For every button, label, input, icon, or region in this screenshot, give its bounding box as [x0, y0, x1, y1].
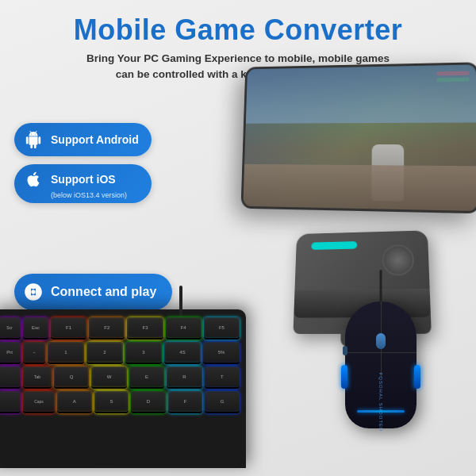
phone-area — [238, 63, 476, 222]
key-extra2 — [0, 391, 21, 413]
converter-led-strip — [311, 241, 357, 250]
connect-icon — [22, 281, 44, 303]
ios-sublabel: (below iOS13.4 version) — [51, 191, 127, 199]
connect-play-pill: Connect and play — [14, 274, 172, 310]
keyboard-row-1: Scr Esc F1 F2 F3 F4 F5 — [0, 317, 240, 340]
ios-pill-inner: Support iOS — [22, 168, 116, 190]
mouse-area: FQSOHAL SHOOTER — [309, 301, 452, 476]
key-s: S — [94, 391, 129, 413]
key-a: A — [57, 391, 92, 413]
ios-icon — [22, 168, 44, 190]
key-f5: F5 — [204, 317, 240, 340]
key-esc: Esc — [23, 317, 48, 340]
key-1: 1 — [48, 342, 84, 364]
key-tilde: ~ — [23, 342, 45, 364]
android-feature-pill: Support Android — [14, 123, 152, 156]
key-2: 2 — [86, 342, 123, 364]
key-g: G — [205, 391, 240, 413]
key-f2: F2 — [89, 317, 125, 340]
keyboard-row-3: Tab Q W E R T — [0, 367, 240, 389]
key-scr: Scr — [0, 317, 21, 340]
android-icon — [22, 129, 44, 151]
mouse-led-left — [341, 365, 347, 389]
key-extra — [0, 367, 21, 389]
key-d: D — [131, 391, 166, 413]
mouse-brand-label: FQSOHAL SHOOTER — [378, 373, 383, 432]
svg-point-0 — [31, 290, 36, 295]
mouse-cable — [380, 270, 382, 305]
key-w: W — [91, 367, 126, 389]
key-f4: F4 — [166, 317, 202, 340]
key-4: 4S — [164, 342, 201, 364]
converter-dial — [382, 244, 415, 276]
mouse-led-right — [414, 365, 420, 389]
ios-feature-pill: Support iOS (below iOS13.4 version) — [14, 164, 152, 203]
key-e: E — [129, 367, 164, 389]
main-title: Mobile Game Converter — [16, 14, 460, 46]
mouse-side-button — [343, 346, 347, 355]
key-prt: Prt — [0, 342, 21, 364]
key-caps: Caps — [23, 391, 55, 413]
key-5: 5% — [203, 342, 240, 364]
sky-area — [246, 64, 476, 123]
keyboard-row-4: Caps A S D F G — [0, 391, 240, 413]
key-3: 3 — [125, 342, 162, 364]
keyboard-cable — [179, 286, 182, 317]
keyboard-area: Scr Esc F1 F2 F3 F4 F5 Prt ~ 1 2 3 4S 5% — [0, 309, 262, 476]
android-label: Support Android — [51, 133, 139, 146]
key-f1: F1 — [51, 317, 86, 340]
key-r: R — [167, 367, 202, 389]
mouse-scroll-wheel — [376, 333, 386, 349]
phone-screen — [243, 64, 476, 211]
features-section: Support Android Support iOS (below iOS13… — [14, 123, 152, 203]
key-f3: F3 — [127, 317, 163, 340]
mouse-mock: FQSOHAL SHOOTER — [345, 301, 416, 428]
phone-mock — [240, 62, 476, 213]
keyboard-row-2: Prt ~ 1 2 3 4S 5% — [0, 342, 240, 364]
page: Mobile Game Converter Bring Your PC Gami… — [0, 0, 476, 476]
key-f: F — [168, 391, 203, 413]
mouse-bottom-led — [357, 410, 405, 413]
keyboard-mock: Scr Esc F1 F2 F3 F4 F5 Prt ~ 1 2 3 4S 5% — [0, 309, 246, 468]
key-q: Q — [54, 367, 89, 389]
ios-label: Support iOS — [51, 173, 116, 186]
ground-area — [243, 164, 476, 211]
key-t: T — [205, 367, 240, 389]
connect-play-label: Connect and play — [51, 285, 156, 299]
key-tab: Tab — [23, 367, 52, 389]
